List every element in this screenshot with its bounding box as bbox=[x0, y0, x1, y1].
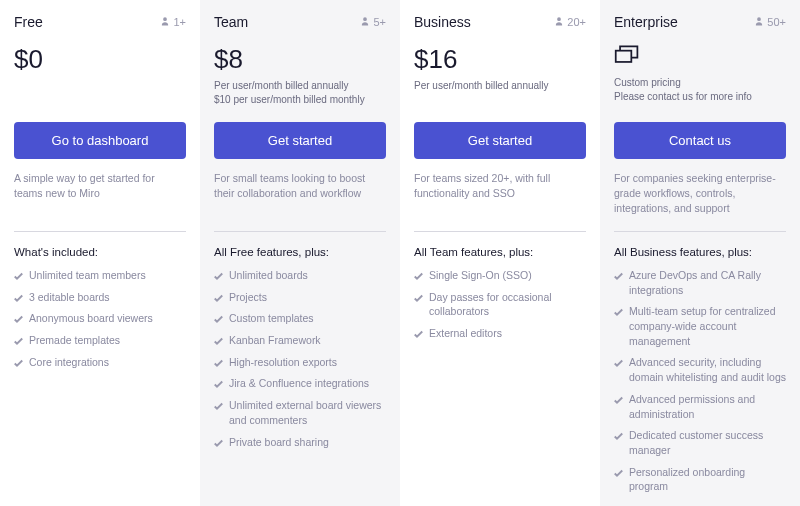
check-icon bbox=[614, 306, 623, 315]
feature-item: Single Sign-On (SSO) bbox=[414, 268, 586, 283]
check-icon bbox=[214, 378, 223, 387]
check-icon bbox=[14, 357, 23, 366]
get-started-button[interactable]: Get started bbox=[414, 122, 586, 159]
feature-item: Private board sharing bbox=[214, 435, 386, 450]
feature-item: Personalized onboarding program bbox=[614, 465, 786, 494]
tier-team: Team 5+ $8 Per user/month billed annuall… bbox=[200, 0, 400, 506]
features-list: Azure DevOps and CA Rally integrations M… bbox=[614, 268, 786, 494]
feature-text: Premade templates bbox=[29, 333, 120, 348]
check-icon bbox=[14, 313, 23, 322]
features-list: Unlimited boards Projects Custom templat… bbox=[214, 268, 386, 449]
go-to-dashboard-button[interactable]: Go to dashboard bbox=[14, 122, 186, 159]
feature-item: Premade templates bbox=[14, 333, 186, 348]
contact-us-button[interactable]: Contact us bbox=[614, 122, 786, 159]
feature-item: External editors bbox=[414, 326, 586, 341]
price-block: Custom pricing Please contact us for mor… bbox=[614, 44, 786, 122]
check-icon bbox=[614, 467, 623, 476]
check-icon bbox=[614, 394, 623, 403]
pricing-grid: Free 1+ $0 Go to dashboard A simple way … bbox=[0, 0, 800, 506]
check-icon bbox=[214, 437, 223, 446]
tier-enterprise: Enterprise 50+ Custom pricing Please con… bbox=[600, 0, 800, 506]
feature-text: Custom templates bbox=[229, 311, 314, 326]
features-title: All Team features, plus: bbox=[414, 246, 586, 258]
price-subtext: Please contact us for more info bbox=[614, 90, 786, 104]
feature-item: High-resolution exports bbox=[214, 355, 386, 370]
feature-item: 3 editable boards bbox=[14, 290, 186, 305]
person-icon bbox=[160, 16, 170, 28]
seat-count: 50+ bbox=[754, 16, 786, 28]
price-subtext: Custom pricing bbox=[614, 76, 786, 90]
feature-item: Advanced permissions and administration bbox=[614, 392, 786, 421]
feature-text: Day passes for occasional collaborators bbox=[429, 290, 586, 319]
check-icon bbox=[14, 270, 23, 279]
feature-item: Jira & Confluence integrations bbox=[214, 376, 386, 391]
feature-item: Unlimited team members bbox=[14, 268, 186, 283]
check-icon bbox=[414, 270, 423, 279]
feature-text: Projects bbox=[229, 290, 267, 305]
check-icon bbox=[414, 292, 423, 301]
feature-item: Dedicated customer success manager bbox=[614, 428, 786, 457]
features-title: All Free features, plus: bbox=[214, 246, 386, 258]
feature-item: Unlimited boards bbox=[214, 268, 386, 283]
features-list: Unlimited team members 3 editable boards… bbox=[14, 268, 186, 369]
price: $16 bbox=[414, 44, 586, 75]
divider bbox=[214, 231, 386, 232]
check-icon bbox=[214, 313, 223, 322]
seat-count: 1+ bbox=[160, 16, 186, 28]
feature-text: External editors bbox=[429, 326, 502, 341]
seat-label: 5+ bbox=[373, 16, 386, 28]
feature-text: Unlimited team members bbox=[29, 268, 146, 283]
check-icon bbox=[214, 292, 223, 301]
tier-header: Enterprise 50+ bbox=[614, 14, 786, 30]
tier-header: Free 1+ bbox=[14, 14, 186, 30]
divider bbox=[14, 231, 186, 232]
feature-text: Unlimited external board viewers and com… bbox=[229, 398, 386, 427]
feature-item: Projects bbox=[214, 290, 386, 305]
check-icon bbox=[14, 335, 23, 344]
check-icon bbox=[414, 328, 423, 337]
price-subtext: $10 per user/month billed monthly bbox=[214, 93, 386, 107]
person-icon bbox=[754, 16, 764, 28]
svg-rect-0 bbox=[616, 51, 632, 62]
check-icon bbox=[614, 270, 623, 279]
check-icon bbox=[214, 357, 223, 366]
tier-header: Team 5+ bbox=[214, 14, 386, 30]
feature-item: Multi-team setup for centralized company… bbox=[614, 304, 786, 348]
price-block: $8 Per user/month billed annually $10 pe… bbox=[214, 44, 386, 122]
feature-text: High-resolution exports bbox=[229, 355, 337, 370]
price: $0 bbox=[14, 44, 186, 75]
features-list: Single Sign-On (SSO) Day passes for occa… bbox=[414, 268, 586, 341]
feature-item: Anonymous board viewers bbox=[14, 311, 186, 326]
get-started-button[interactable]: Get started bbox=[214, 122, 386, 159]
seat-label: 1+ bbox=[173, 16, 186, 28]
feature-text: Unlimited boards bbox=[229, 268, 308, 283]
divider bbox=[414, 231, 586, 232]
feature-text: Dedicated customer success manager bbox=[629, 428, 786, 457]
tier-business: Business 20+ $16 Per user/month billed a… bbox=[400, 0, 600, 506]
feature-item: Kanban Framework bbox=[214, 333, 386, 348]
tier-free: Free 1+ $0 Go to dashboard A simple way … bbox=[0, 0, 200, 506]
seat-count: 5+ bbox=[360, 16, 386, 28]
feature-text: Private board sharing bbox=[229, 435, 329, 450]
tier-description: For companies seeking enterprise-grade w… bbox=[614, 171, 786, 219]
tier-name: Business bbox=[414, 14, 471, 30]
seat-label: 50+ bbox=[767, 16, 786, 28]
price-subtext: Per user/month billed annually bbox=[414, 79, 586, 93]
seat-label: 20+ bbox=[567, 16, 586, 28]
feature-text: Single Sign-On (SSO) bbox=[429, 268, 532, 283]
check-icon bbox=[214, 400, 223, 409]
feature-text: Kanban Framework bbox=[229, 333, 321, 348]
feature-item: Core integrations bbox=[14, 355, 186, 370]
tier-name: Enterprise bbox=[614, 14, 678, 30]
person-icon bbox=[554, 16, 564, 28]
features-title: What's included: bbox=[14, 246, 186, 258]
feature-item: Custom templates bbox=[214, 311, 386, 326]
tier-description: A simple way to get started for teams ne… bbox=[14, 171, 186, 219]
feature-item: Unlimited external board viewers and com… bbox=[214, 398, 386, 427]
tier-header: Business 20+ bbox=[414, 14, 586, 30]
check-icon bbox=[214, 270, 223, 279]
feature-text: Jira & Confluence integrations bbox=[229, 376, 369, 391]
feature-item: Azure DevOps and CA Rally integrations bbox=[614, 268, 786, 297]
check-icon bbox=[214, 335, 223, 344]
feature-text: Advanced permissions and administration bbox=[629, 392, 786, 421]
